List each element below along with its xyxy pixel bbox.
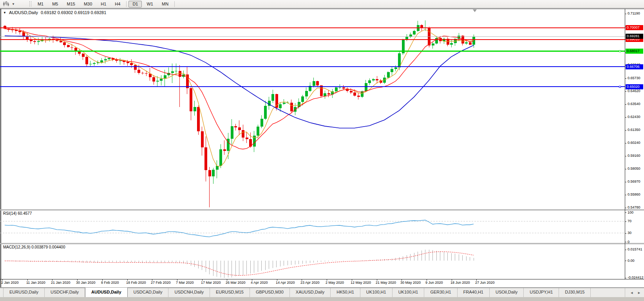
price-tick xyxy=(625,195,626,195)
tab-usdcad-daily[interactable]: USDCAD,Daily xyxy=(128,288,169,297)
tab-fra40-h1[interactable]: FRA40,H1 xyxy=(458,288,490,297)
price-level-badge-0.65020: 0.65020 xyxy=(626,84,643,89)
horizontal-line-0.69010[interactable] xyxy=(0,39,625,40)
chart-title-symbol: AUDUSD,Daily xyxy=(9,10,38,15)
date-label: 21 Jan 2020 xyxy=(51,281,71,285)
chart-type-dropdown-caret[interactable]: ▼ xyxy=(11,0,16,7)
price-tick xyxy=(625,14,626,14)
macd-scale-label: 0.015741 xyxy=(628,247,642,251)
tab-uk100-h1[interactable]: UK100,H1 xyxy=(393,288,425,297)
timeframe-button-m5[interactable]: M5 xyxy=(48,1,62,7)
horizontal-line-0.66706[interactable] xyxy=(0,66,625,67)
timeframe-button-mn[interactable]: MN xyxy=(158,1,172,7)
rsi-pane-canvas[interactable] xyxy=(0,210,625,243)
collapse-triangle-icon[interactable]: ▼ xyxy=(3,11,6,15)
macd-tick xyxy=(625,261,626,261)
horizontal-line-0.65020[interactable] xyxy=(0,86,625,87)
timeframe-button-group: M1M5M15M30H1H4D1W1MN xyxy=(33,1,176,7)
price-tick xyxy=(625,156,626,156)
timeframe-button-m30[interactable]: M30 xyxy=(80,1,96,7)
date-label: 11 Jan 2020 xyxy=(26,281,45,285)
line-handle[interactable] xyxy=(619,50,621,52)
tab-usdchf-daily[interactable]: USDCHF,Daily xyxy=(45,288,85,297)
rsi-tick xyxy=(625,242,626,242)
tab-usoil-daily[interactable]: USOil,Daily xyxy=(490,288,524,297)
tabs-scroll-left-button[interactable]: ◄ xyxy=(630,291,633,295)
line-handle[interactable] xyxy=(619,86,621,88)
price-level-badge-0.68017: 0.68017 xyxy=(626,49,643,54)
timeframe-button-w1[interactable]: W1 xyxy=(143,1,157,7)
tab-uk100-h1[interactable]: UK100,H1 xyxy=(360,288,393,297)
macd-pane-canvas[interactable] xyxy=(0,244,625,279)
rsi-scale-label: 0 xyxy=(628,240,630,244)
macd-tick xyxy=(625,278,626,278)
macd-label: MACD(12,26,9) 0.003879 0.004400 xyxy=(3,245,65,249)
date-label: 18 Jun 2020 xyxy=(450,281,470,285)
price-scale-label: 0.55860 xyxy=(628,192,640,196)
date-label: 9 Jun 2020 xyxy=(425,281,443,285)
macd-scale-label: -0.024412 xyxy=(628,276,644,279)
date-label: 23 Apr 2020 xyxy=(300,281,320,285)
rsi-scale-label: 100 xyxy=(628,210,633,214)
rsi-scale-label: 30 xyxy=(628,231,631,235)
price-tick xyxy=(625,117,626,118)
macd-tick xyxy=(625,250,626,250)
date-label: 27 Feb 2020 xyxy=(151,281,171,285)
timeframe-button-d1[interactable]: D1 xyxy=(128,1,142,7)
timeframe-button-m1[interactable]: M1 xyxy=(34,1,47,7)
date-label: 18 Feb 2020 xyxy=(126,281,146,285)
current-price-badge: 0.69281 xyxy=(626,34,643,39)
date-label: 12 May 2020 xyxy=(351,281,371,285)
timeframe-button-h1[interactable]: H1 xyxy=(97,1,110,7)
tab-dj30-m15[interactable]: DJ30,M15 xyxy=(559,288,591,297)
price-scale-label: 0.63540 xyxy=(628,102,640,106)
horizontal-line-0.68017[interactable] xyxy=(0,51,625,52)
date-label: 7 Mar 2020 xyxy=(176,281,194,285)
tab-xauusd-daily[interactable]: XAUUSD,Daily xyxy=(290,288,331,297)
tab-audusd-daily[interactable]: AUDUSD,Daily xyxy=(85,288,127,297)
chart-shift-triangle-icon[interactable] xyxy=(473,9,477,12)
price-tick xyxy=(625,91,626,92)
date-label: 4 Apr 2020 xyxy=(251,281,268,285)
tabs-scroll-right-button[interactable]: ► xyxy=(637,291,641,295)
toolbar-grip[interactable] xyxy=(29,1,31,7)
price-level-badge-0.66706: 0.66706 xyxy=(626,64,643,69)
price-scale-label: 0.60240 xyxy=(628,141,640,145)
tab-usdjpy-h1[interactable]: USDJPY,H1 xyxy=(524,288,559,297)
tab-gbpusd-m30[interactable]: GBPUSD,M30 xyxy=(250,288,290,297)
rsi-tick xyxy=(625,212,626,213)
pane-splitter-rsi[interactable] xyxy=(0,209,644,210)
price-scale-label: 0.59160 xyxy=(628,154,640,158)
price-tick xyxy=(625,143,626,143)
macd-scale-label: 0.00 xyxy=(628,259,635,263)
chart-type-button[interactable] xyxy=(1,0,11,7)
date-label: 27 Jun 2020 xyxy=(475,281,495,285)
price-scale-label: 0.58050 xyxy=(628,167,640,170)
price-scale-label: 0.56970 xyxy=(628,180,640,183)
price-scale-label: 0.62430 xyxy=(628,115,640,119)
tab-eurusd-m15[interactable]: EURUSD,M15 xyxy=(210,288,250,297)
horizontal-line-0.70007[interactable] xyxy=(0,27,625,28)
pane-splitter-macd[interactable] xyxy=(0,243,644,244)
candlestick-chart-icon xyxy=(3,1,9,7)
chart-tab-bar: EURUSD,DailyUSDCHF,DailyAUDUSD,DailyUSDC… xyxy=(0,288,644,297)
tab-ger30-h1[interactable]: GER30,H1 xyxy=(424,288,457,297)
timeframe-button-m15[interactable]: M15 xyxy=(63,1,79,7)
date-label: 14 Apr 2020 xyxy=(276,281,295,285)
status-strip xyxy=(0,297,644,301)
tab-hk50-h1[interactable]: HK50,H1 xyxy=(331,288,360,297)
tab-usdcnh-daily[interactable]: USDCNH,Daily xyxy=(168,288,210,297)
price-tick xyxy=(625,169,626,169)
chart-title-ohlc: 0.69182 0.69302 0.69119 0.69281 xyxy=(41,10,106,15)
price-tick xyxy=(625,130,626,131)
date-label: 17 Mar 2020 xyxy=(201,281,221,285)
rsi-tick xyxy=(625,221,626,222)
date-axis-line xyxy=(0,279,644,279)
main-chart-canvas[interactable] xyxy=(0,9,625,209)
price-tick xyxy=(625,208,626,208)
timeframe-button-h4[interactable]: H4 xyxy=(111,1,124,7)
tab-eurusd-daily[interactable]: EURUSD,Daily xyxy=(3,288,45,297)
price-axis-border xyxy=(625,9,625,279)
date-label: 30 Jan 2020 xyxy=(76,281,96,285)
price-scale-label: 0.64620 xyxy=(628,89,640,93)
